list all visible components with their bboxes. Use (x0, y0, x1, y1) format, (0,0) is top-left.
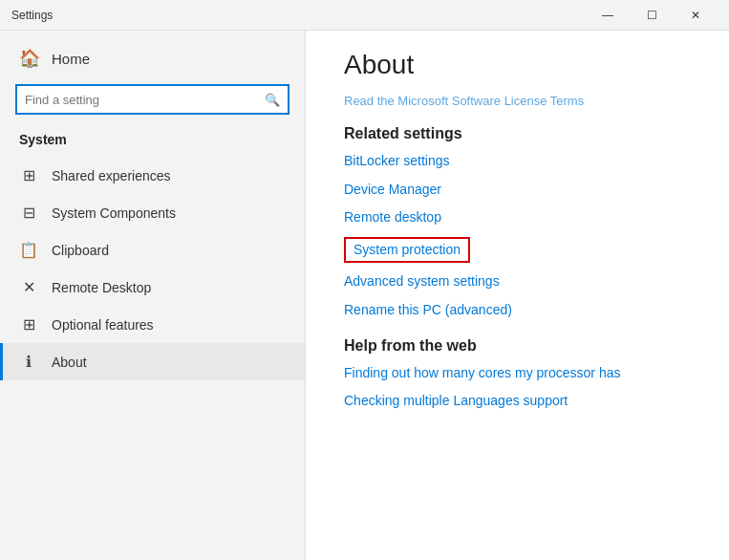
remote-desktop-link[interactable]: Remote desktop (344, 208, 691, 227)
sidebar-item-label: System Components (52, 205, 176, 221)
content-area: About Read the Microsoft Software Licens… (306, 31, 729, 560)
advanced-system-settings-link[interactable]: Advanced system settings (344, 272, 691, 291)
close-button[interactable]: ✕ (674, 0, 718, 31)
sidebar-item-label: Remote Desktop (52, 280, 151, 295)
home-icon: 🏠 (19, 48, 40, 69)
search-input[interactable] (25, 93, 265, 107)
search-box[interactable]: 🔍 (15, 84, 289, 115)
sidebar-item-clipboard[interactable]: 📋 Clipboard (0, 231, 305, 269)
device-manager-link[interactable]: Device Manager (344, 181, 691, 200)
optional-features-icon: ⊞ (19, 315, 38, 334)
sidebar-item-label: Optional features (52, 317, 154, 333)
rename-pc-link[interactable]: Rename this PC (advanced) (344, 301, 691, 320)
sidebar: 🏠 Home 🔍 System ⊞ Shared experiences ⊟ S… (0, 31, 306, 560)
remote-desktop-icon: ✕ (19, 278, 38, 296)
cores-link[interactable]: Finding out how many cores my processor … (344, 364, 691, 383)
search-icon: 🔍 (265, 93, 280, 107)
sidebar-item-label: About (52, 355, 87, 370)
shared-experiences-icon: ⊞ (19, 166, 38, 184)
sidebar-item-home[interactable]: 🏠 Home (0, 31, 305, 78)
window-title: Settings (11, 9, 586, 22)
app-body: 🏠 Home 🔍 System ⊞ Shared experiences ⊟ S… (0, 31, 729, 560)
sidebar-item-remote-desktop[interactable]: ✕ Remote Desktop (0, 269, 305, 306)
bitlocker-link[interactable]: BitLocker settings (344, 152, 691, 171)
page-title: About (344, 50, 691, 80)
home-label: Home (52, 51, 90, 67)
help-heading: Help from the web (344, 337, 691, 355)
sidebar-item-about[interactable]: ℹ About (0, 343, 305, 380)
about-icon: ℹ (19, 353, 38, 371)
titlebar: Settings — ☐ ✕ (0, 0, 729, 31)
system-protection-link[interactable]: System protection (344, 237, 470, 264)
sidebar-item-system-components[interactable]: ⊟ System Components (0, 194, 305, 231)
related-settings-heading: Related settings (344, 125, 691, 142)
sidebar-item-label: Shared experiences (52, 168, 171, 183)
sidebar-item-label: Clipboard (52, 243, 109, 258)
sidebar-section-title: System (0, 126, 305, 157)
license-terms-link[interactable]: Read the Microsoft Software License Term… (344, 94, 691, 108)
search-wrap: 🔍 (0, 78, 305, 126)
sidebar-item-shared-experiences[interactable]: ⊞ Shared experiences (0, 157, 305, 194)
sidebar-item-optional-features[interactable]: ⊞ Optional features (0, 306, 305, 343)
languages-link[interactable]: Checking multiple Languages support (344, 392, 691, 411)
window-controls: — ☐ ✕ (586, 0, 718, 31)
minimize-button[interactable]: — (586, 0, 630, 31)
system-components-icon: ⊟ (19, 204, 38, 222)
maximize-button[interactable]: ☐ (630, 0, 674, 31)
clipboard-icon: 📋 (19, 241, 38, 259)
